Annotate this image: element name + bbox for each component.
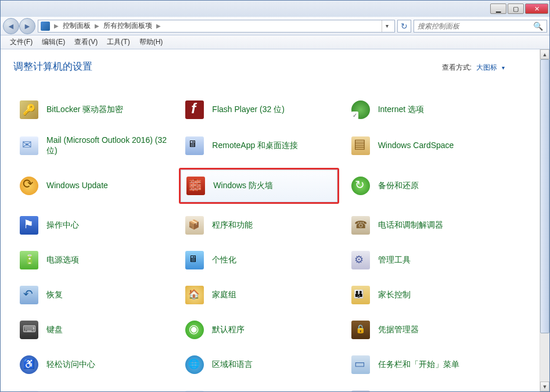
item-getting-started[interactable]: 入门 <box>179 386 339 391</box>
item-bitlocker-icon <box>20 100 38 119</box>
menu-tools[interactable]: 工具(T) <box>102 36 134 48</box>
item-homegroup[interactable]: 家庭组 <box>179 282 339 308</box>
item-personalization-icon <box>185 251 204 269</box>
item-personalization[interactable]: 个性化 <box>179 247 339 274</box>
content-inner: 调整计算机的设置 查看方式: 大图标 ▾ BitLocker 驱动器加密Flas… <box>1 49 540 391</box>
item-cardspace-label: Windows CardSpace <box>378 141 454 151</box>
item-admin-tools-icon <box>351 251 370 269</box>
view-mode-selector[interactable]: 查看方式: 大图标 ▾ <box>442 63 505 73</box>
menu-view[interactable]: 查看(V) <box>70 36 102 48</box>
item-power-icon <box>20 251 38 269</box>
scroll-thumb[interactable] <box>540 59 549 333</box>
item-mail-label: Mail (Microsoft Outlook 2016) (32 位) <box>46 135 167 156</box>
item-backup[interactable]: 备份和还原 <box>345 168 505 204</box>
address-bar[interactable]: ▶ 控制面板 ▶ 所有控制面板项 ▶ ▾ <box>38 20 395 33</box>
item-keyboard[interactable]: 键盘 <box>13 317 173 343</box>
back-button[interactable]: ◄ <box>3 18 19 34</box>
item-action-center-label: 操作中心 <box>46 220 79 231</box>
item-parental-icon <box>351 286 370 304</box>
item-update-label: Windows Update <box>46 181 108 191</box>
item-programs[interactable]: 程序和功能 <box>179 212 339 239</box>
item-flash[interactable]: Flash Player (32 位) <box>179 96 339 123</box>
menu-bar: 文件(F) 编辑(E) 查看(V) 工具(T) 帮助(H) <box>1 35 549 49</box>
item-credentials-label: 凭据管理器 <box>378 325 419 335</box>
item-region[interactable]: 区域和语言 <box>179 351 339 378</box>
item-cardspace[interactable]: Windows CardSpace <box>345 131 505 160</box>
item-mail[interactable]: Mail (Microsoft Outlook 2016) (32 位) <box>13 131 173 160</box>
item-internet-icon <box>351 100 370 119</box>
navigation-bar: ◄ ► ▶ 控制面板 ▶ 所有控制面板项 ▶ ▾ ↻ 🔍 <box>1 17 549 35</box>
item-update[interactable]: Windows Update <box>13 168 173 204</box>
nav-arrows: ◄ ► <box>3 18 35 34</box>
chevron-down-icon[interactable]: ▾ <box>502 64 505 71</box>
menu-help[interactable]: 帮助(H) <box>135 36 168 48</box>
breadcrumb-all-items[interactable]: 所有控制面板项 <box>103 21 152 31</box>
item-flash-icon <box>185 100 204 119</box>
item-ease-of-access[interactable]: 轻松访问中心 <box>13 351 173 378</box>
menu-edit[interactable]: 编辑(E) <box>37 36 70 48</box>
item-recovery-label: 恢复 <box>46 290 63 300</box>
item-power[interactable]: 电源选项 <box>13 247 173 274</box>
breadcrumb-sep-icon: ▶ <box>93 23 101 29</box>
item-backup-icon <box>351 177 370 195</box>
item-ease-of-access-label: 轻松访问中心 <box>46 359 95 370</box>
item-credentials-icon <box>351 321 370 339</box>
control-panel-icon <box>41 21 50 31</box>
item-taskbar[interactable]: 任务栏和「开始」菜单 <box>345 351 505 378</box>
item-remote[interactable]: RemoteApp 和桌面连接 <box>179 131 339 160</box>
item-datetime-icon <box>20 390 38 391</box>
item-remote-icon <box>185 136 204 155</box>
item-homegroup-label: 家庭组 <box>212 290 236 300</box>
item-backup-label: 备份和还原 <box>378 181 419 191</box>
scroll-up-button[interactable]: ▲ <box>540 49 549 59</box>
item-bitlocker[interactable]: BitLocker 驱动器加密 <box>13 96 173 123</box>
item-firewall[interactable]: Windows 防火墙 <box>179 168 339 204</box>
search-icon[interactable]: 🔍 <box>533 21 543 31</box>
item-programs-icon <box>185 216 204 235</box>
item-remote-label: RemoteApp 和桌面连接 <box>212 141 298 151</box>
item-firewall-label: Windows 防火墙 <box>213 181 273 191</box>
maximize-button[interactable]: ▢ <box>508 3 524 14</box>
item-parental-label: 家长控制 <box>378 290 411 300</box>
item-update-icon <box>20 177 38 195</box>
refresh-button[interactable]: ↻ <box>397 20 411 33</box>
content-area: 调整计算机的设置 查看方式: 大图标 ▾ BitLocker 驱动器加密Flas… <box>1 49 549 391</box>
minimize-button[interactable]: ▁ <box>490 3 506 14</box>
item-parental[interactable]: 家长控制 <box>345 282 505 308</box>
titlebar: ▁ ▢ ✕ <box>1 1 549 17</box>
view-mode-value[interactable]: 大图标 <box>476 63 497 73</box>
close-button[interactable]: ✕ <box>525 3 548 14</box>
item-flash-label: Flash Player (32 位) <box>212 105 284 115</box>
item-firewall-icon <box>186 177 205 195</box>
item-action-center[interactable]: 操作中心 <box>13 212 173 239</box>
item-device-manager-icon <box>351 390 370 391</box>
item-getting-started-icon <box>185 390 204 391</box>
item-keyboard-icon <box>20 321 38 339</box>
scroll-down-button[interactable]: ▼ <box>540 382 549 391</box>
item-default-programs-icon <box>185 321 204 339</box>
scrollbar[interactable]: ▲ ▼ <box>540 49 549 391</box>
forward-button[interactable]: ► <box>19 18 35 34</box>
item-action-center-icon <box>20 216 38 235</box>
search-input[interactable] <box>418 22 533 30</box>
breadcrumb-control-panel[interactable]: 控制面板 <box>63 21 91 31</box>
view-mode-label: 查看方式: <box>442 63 472 73</box>
item-admin-tools[interactable]: 管理工具 <box>345 247 505 274</box>
item-homegroup-icon <box>185 286 204 304</box>
address-dropdown-button[interactable]: ▾ <box>382 20 392 32</box>
item-internet[interactable]: Internet 选项 <box>345 96 505 123</box>
item-default-programs[interactable]: 默认程序 <box>179 317 339 343</box>
scroll-track[interactable] <box>540 59 549 382</box>
item-device-manager[interactable]: 设备管理器 <box>345 386 505 391</box>
item-phone[interactable]: 电话和调制解调器 <box>345 212 505 239</box>
item-cardspace-icon <box>351 136 370 155</box>
items-grid: BitLocker 驱动器加密Flash Player (32 位)Intern… <box>13 96 505 391</box>
search-box[interactable]: 🔍 <box>414 20 547 33</box>
item-internet-label: Internet 选项 <box>378 105 424 115</box>
item-ease-of-access-icon <box>20 355 38 374</box>
item-credentials[interactable]: 凭据管理器 <box>345 317 505 343</box>
item-mail-icon <box>20 136 38 155</box>
item-recovery[interactable]: 恢复 <box>13 282 173 308</box>
item-datetime[interactable]: 日期和时间 <box>13 386 173 391</box>
menu-file[interactable]: 文件(F) <box>5 36 37 48</box>
